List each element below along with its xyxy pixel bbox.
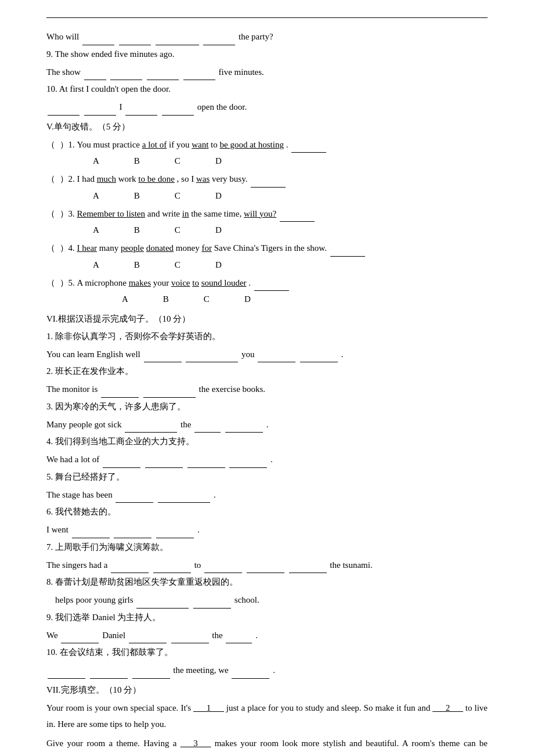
underline-b: to be done (138, 174, 174, 183)
text: the same time, (191, 209, 244, 218)
paren-open: （ ）3. (46, 209, 77, 218)
vi-item2-english: The monitor is the exercise books. (46, 381, 488, 398)
blank (171, 627, 209, 644)
blank (114, 521, 151, 538)
label-b: B (134, 153, 140, 170)
label-d: D (244, 291, 251, 308)
underline-c: was (196, 174, 210, 183)
item9-label: 9. The show ended five minutes ago. (46, 46, 488, 63)
vi-item1-chinese: 1. 除非你认真学习，否则你不会学好英语的。 (46, 329, 488, 345)
blank (204, 557, 242, 574)
blank (48, 99, 80, 116)
paren-open: （ ）5. A microphone (46, 278, 129, 287)
vi-item2-chinese: 2. 班长正在发作业本。 (46, 363, 488, 380)
blank (194, 416, 221, 433)
label-a: A (93, 188, 99, 204)
answer-blank (291, 136, 326, 153)
vi-item10-english: the meeting, we . (46, 662, 488, 679)
underline-c: will you? (244, 209, 276, 218)
text: 9. The show ended five minutes ago. (46, 49, 175, 59)
vi-item8-english: helps poor young girls school. (46, 592, 488, 609)
blank (61, 627, 99, 644)
label-c: C (204, 291, 210, 308)
label-c: C (175, 188, 181, 204)
text: work (118, 174, 139, 183)
label-d: D (215, 257, 222, 273)
section-v-item4: （ ）4. I hear many people donated money f… (46, 240, 488, 257)
vi-item4-chinese: 4. 我们得到当地工商企业的大力支持。 (46, 434, 488, 450)
text: to (211, 140, 219, 149)
text: Who will (46, 32, 79, 41)
vi-item6-english: I went . (46, 521, 488, 538)
blank (247, 557, 284, 574)
paren-open: （ ）2. I had (46, 174, 97, 183)
label-b: B (134, 188, 140, 204)
blank (156, 521, 194, 538)
blank (111, 557, 149, 574)
item10-label: 10. At first I couldn't open the door. (46, 81, 488, 98)
blank (48, 662, 85, 679)
blank (300, 346, 338, 363)
blank (103, 451, 140, 468)
blank-1 (82, 28, 114, 45)
blank-2: ___2___ (432, 703, 463, 712)
section-v-item5-abcd: A B C D (46, 291, 488, 308)
text: . (286, 140, 288, 149)
text: and write (147, 209, 182, 218)
underline-d: sound louder (201, 278, 247, 287)
underline-a: much (97, 174, 116, 183)
underline-b: in (182, 209, 189, 218)
vi-item8-chinese: 8. 春蕾计划是帮助贫困地区失学女童重返校园的。 (46, 574, 488, 591)
label-d: D (215, 153, 222, 170)
item9-answer: The show five minutes. (46, 64, 488, 81)
label-d: D (215, 222, 222, 239)
underline-c: donated (146, 243, 174, 253)
blank (226, 627, 252, 644)
vi-item10-chinese: 10. 在会议结束，我们都鼓掌了。 (46, 645, 488, 661)
underline-a: I hear (77, 243, 98, 253)
section-v-item3: （ ）3. Remember to listen and write in th… (46, 206, 488, 222)
label-a: A (93, 222, 99, 239)
section-v-item5: （ ）5. A microphone makes your voice to s… (46, 275, 488, 291)
blank (125, 99, 157, 116)
label-d: D (215, 188, 222, 204)
item10-answer: I open the door. (46, 99, 488, 116)
answer-blank (280, 206, 315, 222)
continuation-line1: Who will the party? (46, 28, 488, 45)
blank (153, 557, 191, 574)
section-vi-title: VI.根据汉语提示完成句子。（10 分） (46, 311, 488, 327)
blank (229, 451, 267, 468)
label-a: A (93, 153, 99, 170)
blank (147, 64, 179, 81)
text: The show (46, 67, 81, 77)
blank-2 (119, 28, 151, 45)
answer-blank (254, 275, 289, 291)
blank (186, 346, 238, 363)
underline-b: want (192, 140, 208, 149)
label-c: C (175, 257, 181, 273)
label-b: B (134, 222, 140, 239)
text: money (176, 243, 202, 253)
underline-a: Remember to listen (77, 209, 145, 218)
text: if you (169, 140, 192, 149)
section-v-item1-abcd: A B C D (46, 153, 488, 170)
vi-item3-english: Many people got sick the . (46, 416, 488, 433)
underline-a: makes (129, 278, 151, 287)
vi-item1-english: You can learn English well you . (46, 346, 488, 363)
vi-item4-english: We had a lot of . (46, 451, 488, 468)
main-content: Who will the party? 9. The show ended fi… (46, 28, 488, 756)
label-a: A (122, 291, 128, 308)
blank (51, 595, 53, 604)
underline-d: for (201, 243, 212, 253)
paren-open: （ ）1. You must practice (46, 140, 142, 149)
vi-item5-chinese: 5. 舞台已经搭好了。 (46, 469, 488, 485)
text: very busy. (212, 174, 248, 183)
blank (116, 487, 153, 503)
blank-3: ___3___ (181, 739, 211, 748)
text: five minutes. (219, 67, 264, 77)
section-vii-para1: Your room is your own special space. It'… (46, 700, 488, 733)
text: the party? (239, 32, 273, 41)
blank (46, 595, 49, 604)
label-c: C (175, 153, 181, 170)
blank (187, 451, 225, 468)
